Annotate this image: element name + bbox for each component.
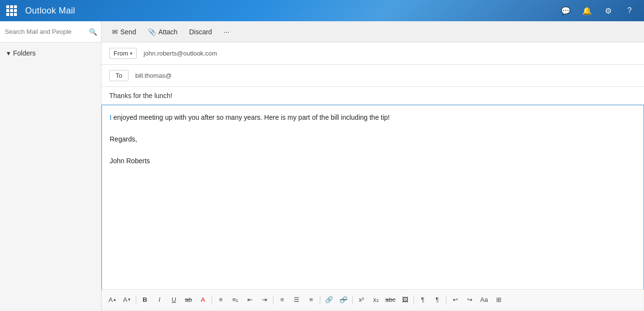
email-body[interactable]: I enjoyed meeting up with you after so m… [102,105,644,289]
fmt-increase-font[interactable]: A▲ [106,293,119,307]
send-toolbar-label: Send [120,28,136,36]
bell-icon-btn[interactable]: 🔔 [576,0,598,21]
fmt-bullet-list[interactable]: ≡ [214,293,228,307]
fmt-remove-link[interactable]: 🔗 [337,293,350,307]
body-line1-rest: enjoyed meeting up with you after so man… [112,113,390,121]
gear-icon-btn[interactable]: ⚙ [598,0,619,21]
chat-icon-btn[interactable]: 💬 [555,0,576,21]
folders-header[interactable]: ▾ Folders [7,47,94,59]
fmt-undo[interactable]: ↩ [448,293,462,307]
fmt-insert-image[interactable]: 🖼 [398,293,412,307]
more-btn[interactable]: ··· [219,26,234,38]
send-icon: ✉ [112,28,118,36]
from-row: From ▾ john.roberts@outlook.com [101,42,644,65]
compose-toolbar: ✉ Send 📎 Attach Discard ··· [101,21,644,42]
fmt-insert-table[interactable]: ⊞ [492,293,505,307]
compose-area: ✉ Send 📎 Attach Discard ··· From ▾ john.… [101,21,644,311]
folders-label: Folders [13,49,36,57]
fmt-font-style[interactable]: Aa [477,293,491,307]
to-value[interactable]: bill.thomas@ [129,72,636,79]
fmt-decrease-indent[interactable]: ⇤ [243,293,257,307]
discard-toolbar-label: Discard [189,28,212,36]
attach-btn[interactable]: 📎 Attach [143,26,183,38]
fmt-underline[interactable]: U [167,293,181,307]
from-label: From [114,50,128,57]
attach-label: Attach [158,28,178,36]
grid-icon[interactable] [4,3,19,18]
attach-icon: 📎 [148,28,156,36]
sidebar: 🔍 ▾ Folders [0,21,101,311]
chevron-down-icon: ▾ [7,49,10,57]
to-label: To [109,70,129,81]
from-btn[interactable]: From ▾ [109,48,137,59]
send-toolbar-btn[interactable]: ✉ Send [107,26,141,38]
fmt-align-right[interactable]: ≡ [304,293,318,307]
fmt-align-center[interactable]: ☰ [290,293,303,307]
top-bar: Outlook Mail 💬 🔔 ⚙ ? [0,0,644,21]
fmt-font-color[interactable]: A [196,293,210,307]
fmt-subscript[interactable]: x₂ [369,293,383,307]
fmt-clear-format[interactable]: abc [384,293,397,307]
app-title: Outlook Mail [25,6,75,16]
folders-section: ▾ Folders [0,42,101,64]
search-bar: 🔍 [0,21,101,42]
fmt-strikethrough[interactable]: ab [182,293,195,307]
fmt-superscript[interactable]: x² [355,293,368,307]
fmt-increase-indent[interactable]: ⇥ [258,293,271,307]
discard-toolbar-btn[interactable]: Discard [184,26,216,38]
fmt-italic[interactable]: I [153,293,166,307]
subject-text: Thanks for the lunch! [109,92,172,99]
help-icon-btn[interactable]: ? [619,0,640,21]
from-value: john.roberts@outlook.com [137,50,636,57]
body-paragraph-2: Regards, [110,134,636,144]
fmt-numbered-list[interactable]: ≡₁ [229,293,242,307]
email-body-container: I enjoyed meeting up with you after so m… [101,105,644,290]
from-dropdown-icon: ▾ [130,51,132,56]
fmt-insert-link[interactable]: 🔗 [322,293,336,307]
subject-row: Thanks for the lunch! [101,87,644,105]
fmt-align-left[interactable]: ≡ [275,293,289,307]
more-label: ··· [224,28,229,36]
fmt-decrease-font[interactable]: A▼ [120,293,134,307]
top-bar-left: Outlook Mail [4,3,75,18]
format-toolbar: A▲ A▼ B I U ab A ≡ ≡₁ ⇤ ⇥ ≡ ☰ ≡ 🔗 🔗 [102,289,644,310]
body-paragraph-1: I enjoyed meeting up with you after so m… [110,112,636,123]
body-paragraph-3: John Roberts [110,156,636,166]
fmt-redo[interactable]: ↪ [463,293,476,307]
top-bar-right: 💬 🔔 ⚙ ? [555,0,640,21]
to-row: To bill.thomas@ [101,65,644,87]
search-input[interactable] [5,28,86,35]
fmt-rtl[interactable]: ¶ [430,293,444,307]
fmt-bold[interactable]: B [138,293,152,307]
search-icon-btn[interactable]: 🔍 [89,28,97,36]
main-layout: 🔍 ▾ Folders ✉ Send 📎 Attach Discard [0,21,644,311]
fmt-ltr[interactable]: ¶ [416,293,429,307]
